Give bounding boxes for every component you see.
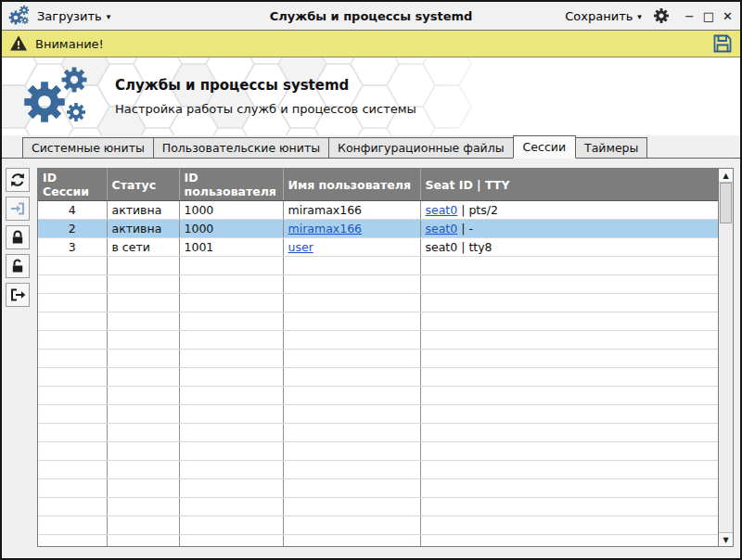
- col-header-session-id[interactable]: ID Сессии: [38, 169, 107, 201]
- lock-session-button[interactable]: [6, 225, 30, 249]
- load-menu-button[interactable]: Загрузить ▾: [37, 9, 110, 23]
- table-cell: 1000: [179, 201, 283, 220]
- table-cell-empty: [38, 516, 107, 535]
- table-cell: user: [283, 238, 420, 257]
- unlock-icon: [9, 258, 26, 274]
- table-cell-empty: [179, 257, 283, 275]
- table-row-empty: [38, 498, 718, 516]
- table-row-empty: [38, 424, 718, 442]
- table-cell-empty: [179, 312, 283, 331]
- table-cell-empty: [283, 275, 420, 294]
- user-name-link[interactable]: miramax166: [288, 222, 363, 235]
- table-row-empty: [38, 516, 718, 535]
- table-cell-empty: [283, 405, 420, 424]
- attach-session-button[interactable]: [6, 197, 30, 221]
- seat-link[interactable]: seat0: [426, 203, 458, 217]
- table-cell-empty: [420, 387, 718, 405]
- table-row-empty: [38, 405, 718, 424]
- table-cell-empty: [420, 257, 718, 275]
- tab-bar: Системные юниты Пользовательские юниты К…: [2, 135, 740, 159]
- tty-value: | pts/2: [457, 203, 498, 217]
- table-cell-empty: [179, 442, 283, 461]
- table-cell-empty: [420, 294, 718, 312]
- col-header-user-id[interactable]: ID пользователя: [179, 169, 283, 201]
- table-cell: в сети: [107, 238, 179, 257]
- table-cell-empty: [38, 479, 107, 498]
- vertical-scrollbar[interactable]: ▲ ▼: [719, 168, 734, 547]
- col-header-seat-tty[interactable]: Seat ID | TTY: [420, 169, 718, 201]
- table-cell: 1000: [179, 220, 283, 238]
- side-toolbar: [6, 168, 35, 547]
- table-row-empty: [38, 368, 718, 387]
- table-cell-empty: [179, 275, 283, 294]
- warning-bar: Внимание!: [2, 30, 740, 57]
- table-cell-empty: [38, 461, 107, 479]
- table-cell-empty: [179, 498, 283, 516]
- refresh-button[interactable]: [6, 168, 30, 192]
- table-cell-empty: [420, 331, 718, 350]
- window-title: Службы и процессы systemd: [270, 9, 473, 23]
- maximize-button[interactable]: □: [703, 10, 714, 22]
- page-subtitle: Настройка работы служб и процессов систе…: [115, 102, 416, 116]
- table-cell-empty: [107, 350, 179, 368]
- tab-timers[interactable]: Таймеры: [575, 137, 647, 158]
- unlock-session-button[interactable]: [6, 254, 30, 278]
- table-cell-empty: [179, 387, 283, 405]
- table-cell-empty: [38, 387, 107, 405]
- table-cell-empty: [179, 461, 283, 479]
- tab-user-units[interactable]: Пользовательские юниты: [153, 137, 329, 158]
- user-id: 1000: [185, 203, 214, 217]
- main-area: ID Сессии Статус ID пользователя Имя пол…: [2, 159, 740, 558]
- user-id: 1001: [185, 240, 214, 254]
- table-cell-empty: [179, 516, 283, 535]
- table-cell-empty: [38, 275, 107, 294]
- table-cell-empty: [107, 424, 179, 442]
- seat-link[interactable]: seat0: [426, 222, 458, 235]
- floppy-disk-icon: [712, 33, 733, 54]
- lock-icon: [9, 229, 26, 246]
- table-row[interactable]: 2активна1000miramax166seat0 | -: [38, 220, 718, 238]
- save-menu-button[interactable]: Сохранить ▾: [565, 9, 642, 23]
- terminate-session-button[interactable]: [6, 283, 30, 307]
- save-file-button[interactable]: [712, 33, 733, 54]
- table-cell-empty: [38, 405, 107, 424]
- close-button[interactable]: ✕: [723, 10, 733, 22]
- user-id: 1000: [185, 222, 214, 235]
- table-cell-empty: [38, 442, 107, 461]
- table-row-empty: [38, 350, 718, 368]
- page-title: Службы и процессы systemd: [115, 77, 416, 94]
- user-name-link[interactable]: user: [288, 240, 313, 254]
- title-bar: Загрузить ▾ Службы и процессы systemd Со…: [2, 2, 740, 30]
- table-cell-empty: [38, 331, 107, 350]
- table-cell: 1001: [179, 238, 283, 257]
- tab-sessions[interactable]: Сессии: [513, 135, 576, 159]
- table-row[interactable]: 4активна1000miramax166seat0 | pts/2: [38, 201, 718, 220]
- table-cell-empty: [420, 535, 718, 548]
- table-row[interactable]: 3в сети1001userseat0 | tty8: [38, 238, 718, 257]
- tab-system-units[interactable]: Системные юниты: [22, 137, 154, 158]
- table-cell-empty: [107, 294, 179, 312]
- table-cell-empty: [107, 368, 179, 387]
- scrollbar-thumb[interactable]: [720, 183, 732, 223]
- refresh-icon: [9, 172, 26, 188]
- app-window: Загрузить ▾ Службы и процессы systemd Со…: [0, 0, 742, 560]
- warning-text: Внимание!: [35, 37, 104, 51]
- tab-config-files[interactable]: Конфигурационные файлы: [328, 137, 514, 158]
- col-header-user-name[interactable]: Имя пользователя: [283, 169, 420, 201]
- window-controls: − □ ✕: [684, 10, 733, 22]
- table-cell-empty: [420, 275, 718, 294]
- table-cell-empty: [107, 535, 179, 548]
- scroll-down-button[interactable]: ▼: [719, 532, 733, 546]
- table-cell-empty: [107, 442, 179, 461]
- table-cell-empty: [107, 312, 179, 331]
- table-cell: miramax166: [283, 201, 420, 220]
- col-header-status[interactable]: Статус: [107, 169, 179, 201]
- table-cell-empty: [38, 350, 107, 368]
- table-cell-empty: [179, 479, 283, 498]
- minimize-button[interactable]: −: [684, 10, 695, 22]
- table-cell-empty: [38, 312, 107, 331]
- settings-button[interactable]: [653, 7, 670, 24]
- table-cell-empty: [420, 424, 718, 442]
- scroll-up-button[interactable]: ▲: [719, 169, 733, 183]
- scrollbar-track[interactable]: [719, 183, 733, 532]
